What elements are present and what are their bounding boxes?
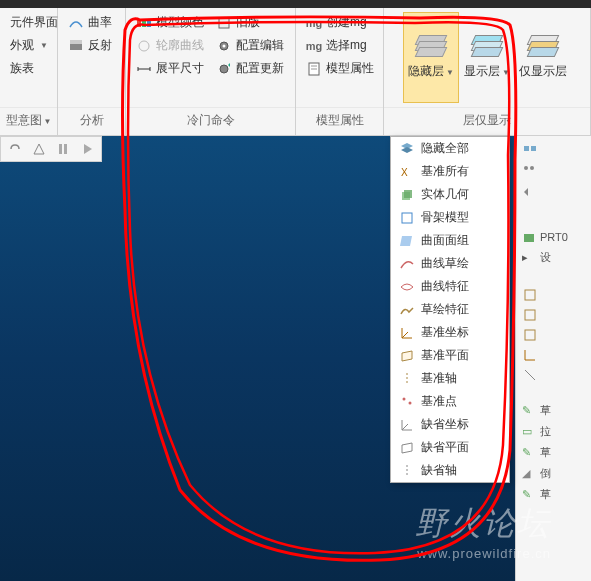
svg-text:X: X xyxy=(401,167,408,178)
triangle-icon[interactable] xyxy=(31,141,47,157)
watermark-title: 野火论坛 xyxy=(415,502,551,546)
hide-layer-button[interactable]: 隐藏层▼ xyxy=(403,12,459,103)
pause-icon[interactable] xyxy=(55,141,71,157)
svg-rect-24 xyxy=(531,146,536,151)
show-layer-icon xyxy=(471,35,503,59)
tree-item-sketch3[interactable]: ✎草 xyxy=(522,487,585,502)
secondary-toolbar xyxy=(0,136,102,162)
svg-rect-6 xyxy=(219,18,229,28)
mg-icon: mg xyxy=(306,15,322,31)
dropdown-item-def-csys[interactable]: 缺省坐标 xyxy=(391,413,509,436)
tree-item-sketch1[interactable]: ✎草 xyxy=(522,403,585,418)
ribbon-group-elements: 元件界面 外观▼ 族表 型意图▼ xyxy=(0,8,58,135)
dropdown-item-sketch-curve[interactable]: 曲线草绘 xyxy=(391,252,509,275)
palette-icon xyxy=(136,15,152,31)
config-update-button[interactable]: 配置更新 xyxy=(212,58,288,79)
ribbon-group-cold: 模型颜色 轮廓曲线 展平尺寸 旧版 配置编辑 xyxy=(126,8,296,135)
panel-tool-1[interactable] xyxy=(522,144,585,158)
window-titlebar xyxy=(0,0,591,8)
panel-tool-3[interactable] xyxy=(522,184,585,198)
model-props-button[interactable]: 模型属性 xyxy=(302,58,378,79)
play-icon[interactable] xyxy=(79,141,95,157)
svg-rect-1 xyxy=(70,40,82,44)
contour-curve-button[interactable]: 轮廓曲线 xyxy=(132,35,208,56)
dropdown-item-datum-all[interactable]: X基准所有 xyxy=(391,160,509,183)
surface-icon xyxy=(399,233,415,249)
select-mg-button[interactable]: mg 选择mg xyxy=(302,35,378,56)
dropdown-item-axis[interactable]: 基准轴 xyxy=(391,367,509,390)
svg-rect-29 xyxy=(525,310,535,320)
tree-item-4[interactable] xyxy=(522,327,585,341)
reflection-button[interactable]: 反射 xyxy=(64,35,116,56)
tree-item-1[interactable]: ▸设 xyxy=(522,250,585,265)
dropdown-item-surface[interactable]: 曲面面组 xyxy=(391,229,509,252)
dropdown-item-def-plane[interactable]: 缺省平面 xyxy=(391,436,509,459)
csys-icon xyxy=(399,325,415,341)
show-layer-button[interactable]: 显示层▼ xyxy=(459,12,515,103)
appearance-button[interactable]: 外观▼ xyxy=(6,35,62,56)
ribbon-group-model: mg 创建mg mg 选择mg 模型属性 模型属性 xyxy=(296,8,384,135)
hide-layer-icon xyxy=(415,35,447,59)
only-show-layer-button[interactable]: 仅显示层 xyxy=(515,12,571,103)
svg-point-26 xyxy=(530,166,534,170)
group-label-analysis: 分析 xyxy=(58,107,125,135)
svg-rect-17 xyxy=(404,190,412,198)
curvature-button[interactable]: 曲率 xyxy=(64,12,116,33)
svg-rect-4 xyxy=(147,19,151,27)
svg-point-8 xyxy=(223,44,226,47)
ribbon-group-layers: 隐藏层▼ 显示层▼ 仅显示层 层仅显示 xyxy=(384,8,591,135)
svg-line-31 xyxy=(525,370,535,380)
point-icon xyxy=(399,394,415,410)
link-icon[interactable] xyxy=(7,141,23,157)
tree-item-sketch2[interactable]: ✎草 xyxy=(522,445,585,460)
gear-icon xyxy=(216,38,232,54)
dropdown-item-def-axis[interactable]: 缺省轴 xyxy=(391,459,509,482)
tree-item-3[interactable] xyxy=(522,307,585,321)
panel-tool-2[interactable] xyxy=(522,164,585,178)
tree-item-5[interactable] xyxy=(522,347,585,361)
only-layer-icon xyxy=(527,35,559,59)
axis-icon xyxy=(399,371,415,387)
tree-item-prt[interactable]: PRT0 xyxy=(522,230,585,244)
curve-feat-icon xyxy=(399,279,415,295)
svg-point-9 xyxy=(220,65,228,73)
tree-item-2[interactable] xyxy=(522,287,585,301)
family-table-button[interactable]: 族表 xyxy=(6,58,62,79)
dropdown-item-csys[interactable]: 基准坐标 xyxy=(391,321,509,344)
group-label: 型意图▼ xyxy=(0,107,57,135)
datum-icon: X xyxy=(399,164,415,180)
dropdown-item-skeleton[interactable]: 骨架模型 xyxy=(391,206,509,229)
svg-rect-30 xyxy=(525,330,535,340)
tree-item-extrude[interactable]: ▭拉 xyxy=(522,424,585,439)
dropdown-item-hide-all[interactable]: 隐藏全部 xyxy=(391,137,509,160)
dimension-icon xyxy=(136,61,152,77)
watermark: 野火论坛 www.proewildfire.cn xyxy=(415,502,551,561)
ribbon: 元件界面 外观▼ 族表 型意图▼ 曲率 反射 分析 模型颜色 xyxy=(0,8,591,136)
legacy-button[interactable]: 旧版 xyxy=(212,12,288,33)
model-color-button[interactable]: 模型颜色 xyxy=(132,12,208,33)
create-mg-button[interactable]: mg 创建mg xyxy=(302,12,378,33)
dropdown-item-point[interactable]: 基准点 xyxy=(391,390,509,413)
layers-icon xyxy=(399,141,415,157)
curvature-icon xyxy=(68,15,84,31)
dropdown-item-curve-feat[interactable]: 曲线特征 xyxy=(391,275,509,298)
flat-dimension-button[interactable]: 展平尺寸 xyxy=(132,58,208,79)
props-icon xyxy=(306,61,322,77)
svg-rect-28 xyxy=(525,290,535,300)
dropdown-item-solid[interactable]: 实体几何 xyxy=(391,183,509,206)
svg-point-20 xyxy=(403,397,406,400)
config-edit-button[interactable]: 配置编辑 xyxy=(212,35,288,56)
svg-point-25 xyxy=(524,166,528,170)
svg-rect-13 xyxy=(59,144,62,154)
tree-item-chamfer[interactable]: ◢倒 xyxy=(522,466,585,481)
element-interface-button[interactable]: 元件界面 xyxy=(6,12,62,33)
legacy-icon xyxy=(216,15,232,31)
sketch-curve-icon xyxy=(399,256,415,272)
dropdown-item-sketch-feat[interactable]: 草绘特征 xyxy=(391,298,509,321)
tree-item-6[interactable] xyxy=(522,367,585,381)
sketch-feat-icon xyxy=(399,302,415,318)
group-label-model: 模型属性 xyxy=(296,107,383,135)
skeleton-icon xyxy=(399,210,415,226)
dropdown-item-plane[interactable]: 基准平面 xyxy=(391,344,509,367)
svg-point-21 xyxy=(409,401,412,404)
